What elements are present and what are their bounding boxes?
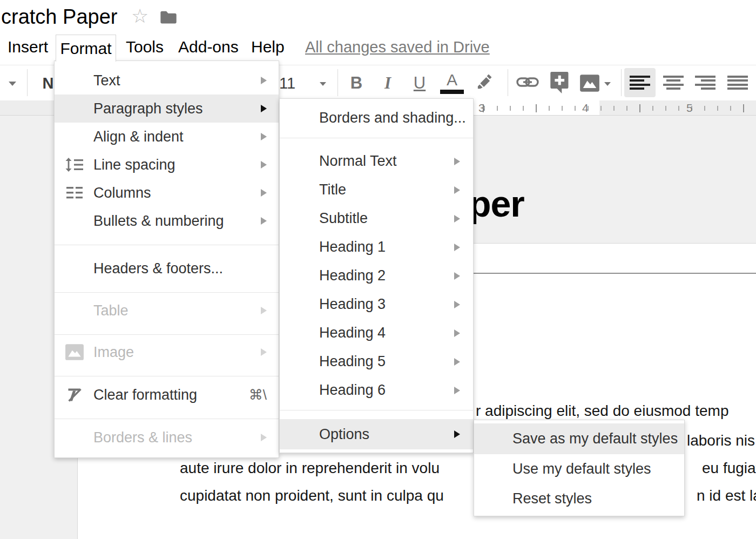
ruler-mark: 5 [686, 102, 693, 114]
menu-item-bullets-numbering[interactable]: Bullets & numbering [55, 207, 279, 235]
text-color-swatch [440, 90, 464, 94]
menu-separator [55, 376, 279, 376]
line-spacing-icon [65, 155, 84, 174]
shortcut-label: ⌘\ [249, 387, 267, 403]
bold-button[interactable]: B [346, 71, 367, 95]
menu-separator [280, 138, 473, 138]
menu-separator [55, 334, 279, 335]
submenu-arrow-icon [454, 329, 460, 337]
submenu-arrow-icon [454, 186, 460, 194]
add-comment-button[interactable] [549, 71, 571, 94]
menu-separator [55, 245, 279, 245]
menu-item-reset-styles[interactable]: Reset styles [474, 484, 684, 514]
menu-item-heading-4[interactable]: Heading 4 [280, 319, 473, 347]
menu-separator [55, 419, 279, 419]
body-text-line: r adipiscing elit, sed do eiusmod temp [476, 402, 728, 420]
menu-item-text[interactable]: Text [55, 66, 279, 95]
image-icon [65, 342, 84, 362]
submenu-arrow-icon [261, 77, 267, 84]
toolbar-separator [621, 69, 622, 96]
document-heading-fragment: per [469, 183, 524, 225]
font-size-value[interactable]: 11 [276, 72, 298, 94]
menu-insert[interactable]: Insert [8, 38, 48, 56]
submenu-arrow-icon [454, 244, 460, 251]
menu-item-heading-2[interactable]: Heading 2 [280, 261, 473, 290]
menu-item-heading-3[interactable]: Heading 3 [280, 290, 473, 319]
menu-item-borders-shading[interactable]: Borders and shading... [280, 103, 473, 132]
menu-separator [55, 292, 279, 293]
menu-item-use-default-styles[interactable]: Use my default styles [474, 454, 684, 484]
toolbar-separator [27, 69, 28, 96]
highlighter-icon [473, 71, 495, 93]
ruler-mark: 3 [478, 102, 485, 114]
document-title[interactable]: cratch Paper [1, 5, 117, 29]
menu-item-line-spacing[interactable]: Line spacing [55, 151, 279, 179]
chevron-down-icon [320, 82, 326, 86]
body-text-line: aute irure dolor in reprehenderit in vol… [180, 459, 440, 477]
menu-item-options[interactable]: Options [280, 419, 473, 449]
menu-item-subtitle[interactable]: Subtitle [280, 204, 473, 233]
menu-item-align-indent[interactable]: Align & indent [55, 123, 279, 151]
menu-item-save-default-styles[interactable]: Save as my default styles [474, 423, 684, 454]
save-status-link[interactable]: All changes saved in Drive [305, 38, 490, 56]
font-size-caret[interactable] [318, 77, 328, 91]
menu-item-heading-1[interactable]: Heading 1 [280, 233, 473, 261]
star-icon[interactable]: ☆ [131, 6, 148, 26]
clear-formatting-icon [65, 385, 84, 405]
submenu-arrow-icon [454, 358, 460, 366]
submenu-arrow-icon [454, 272, 460, 280]
align-left-icon [630, 76, 650, 90]
submenu-arrow-icon [261, 217, 267, 225]
comment-plus-icon [550, 71, 570, 94]
toolbar-overflow-caret[interactable] [4, 77, 21, 91]
submenu-arrow-icon [261, 307, 267, 314]
chevron-down-icon [9, 82, 16, 86]
italic-button[interactable]: I [378, 71, 397, 95]
insert-link-button[interactable] [515, 72, 540, 92]
google-docs-window: cratch Paper ☆ Insert Format Tools Add-o… [0, 0, 756, 539]
menu-item-title[interactable]: Title [280, 176, 473, 204]
menu-item-paragraph-styles[interactable]: Paragraph styles [55, 95, 279, 123]
insert-image-button[interactable] [579, 72, 600, 94]
underline-button[interactable]: U [409, 71, 430, 95]
menu-help[interactable]: Help [251, 38, 285, 56]
submenu-arrow-icon [454, 301, 460, 308]
format-menu: Text Paragraph styles Align & indent [54, 60, 279, 458]
align-center-button[interactable] [658, 68, 689, 97]
menu-format[interactable]: Format [56, 35, 116, 62]
toolbar-separator [338, 69, 338, 96]
menu-addons[interactable]: Add-ons [178, 38, 239, 56]
align-justify-button[interactable] [722, 68, 753, 97]
insert-image-caret[interactable] [602, 78, 613, 90]
menu-item-headers-footers[interactable]: Headers & footers... [55, 254, 279, 282]
menu-item-image: Image [55, 338, 279, 366]
menu-item-normal-text[interactable]: Normal Text [280, 147, 473, 176]
menu-separator [280, 410, 473, 410]
body-text-line: eu fugiat [702, 459, 756, 477]
submenu-arrow-icon [261, 434, 267, 441]
submenu-arrow-icon [454, 158, 460, 165]
folder-icon-shape [160, 10, 177, 24]
align-right-button[interactable] [690, 68, 721, 97]
align-right-icon [695, 76, 716, 90]
submenu-arrow-icon [261, 189, 267, 197]
menu-item-table: Table [55, 297, 279, 325]
toolbar-separator [508, 69, 508, 96]
menu-tools[interactable]: Tools [126, 38, 164, 56]
align-center-icon [663, 76, 684, 90]
styles-dropdown[interactable]: N [41, 72, 55, 94]
folder-icon[interactable] [160, 10, 177, 26]
highlight-color-button[interactable] [472, 70, 496, 94]
menu-item-heading-5[interactable]: Heading 5 [280, 347, 473, 376]
align-left-button[interactable] [624, 68, 656, 97]
options-menu: Save as my default styles Use my default… [474, 420, 685, 516]
columns-icon [65, 183, 84, 203]
menu-item-clear-formatting[interactable]: Clear formatting ⌘\ [55, 381, 279, 409]
paragraph-styles-menu: Borders and shading... Normal Text Title… [279, 98, 474, 453]
menu-item-heading-6[interactable]: Heading 6 [280, 376, 473, 405]
submenu-arrow-icon [261, 105, 267, 112]
menu-item-columns[interactable]: Columns [55, 179, 279, 207]
chevron-down-icon [604, 82, 611, 86]
ruler-mark: 4 [582, 102, 589, 114]
text-color-button[interactable]: A [440, 69, 464, 91]
